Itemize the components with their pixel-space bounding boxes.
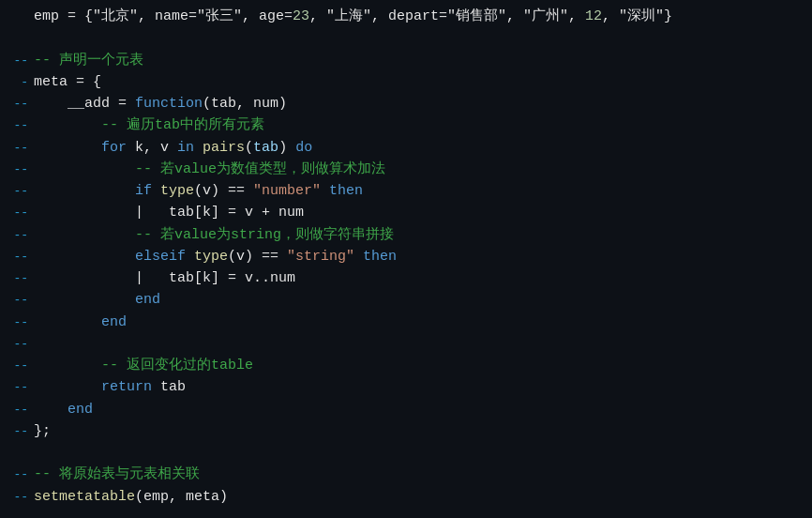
token: elseif [135, 249, 186, 265]
token: ( [245, 140, 253, 156]
token [34, 402, 68, 418]
token: 23 [293, 8, 309, 24]
code-line: -- end [11, 312, 801, 333]
token: -- 若value为string，则做字符串拼接 [34, 227, 394, 243]
token: end [135, 292, 160, 308]
token: -- 声明一个元表 [34, 53, 143, 69]
code-content: emp = {"北京", name="张三", age=23, "上海", de… [34, 6, 801, 27]
code-line: --setmetatable(emp, meta) [11, 486, 801, 508]
gutter-marker: -- [11, 52, 28, 70]
token: in [177, 140, 194, 156]
token [152, 183, 160, 199]
token: "number" [253, 183, 321, 199]
code-content: end [34, 289, 801, 311]
token: pairs [203, 140, 245, 156]
code-content [34, 333, 801, 355]
code-line: -- -- 遍历tab中的所有元素 [11, 114, 801, 136]
token: }; [34, 423, 51, 439]
code-content [34, 508, 801, 518]
code-content: | tab[k] = v..num [34, 267, 801, 289]
token: , "上海", depart="销售部", "广州", [309, 8, 585, 24]
code-content: -- 声明一个元表 [34, 50, 801, 71]
code-content: __add = function(tab, num) [34, 93, 801, 114]
token: type [194, 249, 228, 265]
token [34, 183, 135, 199]
code-content [34, 442, 801, 464]
token: 12 [585, 8, 602, 24]
code-line: -- elseif type(v) == "string" then [11, 246, 801, 267]
gutter-marker: -- [11, 204, 28, 222]
token: k, v [127, 140, 177, 156]
token [194, 140, 203, 156]
token [34, 249, 135, 265]
gutter-marker: -- [11, 401, 28, 419]
code-content [34, 27, 801, 49]
token: for [101, 140, 127, 156]
code-line: -- if type(v) == "number" then [11, 180, 801, 202]
token: , "深圳"} [602, 8, 672, 24]
code-line: -- -- 若value为数值类型，则做算术加法 [11, 159, 801, 180]
code-content: }; [34, 420, 801, 442]
gutter-marker: -- [11, 313, 28, 332]
token: function [135, 96, 203, 112]
code-content: meta = { [34, 71, 801, 93]
token [186, 249, 194, 265]
token [34, 292, 135, 308]
code-content: elseif type(v) == "string" then [34, 246, 801, 267]
code-line: -- | tab[k] = v + num [11, 202, 801, 223]
code-line: -- for k, v in pairs(tab) do [11, 137, 801, 159]
gutter-marker: -- [11, 357, 28, 375]
token: then [321, 183, 363, 199]
code-line: -- -- 若value为string，则做字符串拼接 [11, 224, 801, 246]
token: type [160, 183, 194, 199]
token: meta = { [34, 74, 101, 90]
token: then [354, 249, 397, 265]
token: tab [253, 140, 278, 156]
code-content: setmetatable(emp, meta) [34, 486, 801, 508]
gutter-marker: -- [11, 422, 28, 441]
code-line: -- __add = function(tab, num) [11, 93, 801, 114]
code-line [11, 508, 801, 518]
gutter-marker: -- [11, 335, 28, 354]
token: __add = [34, 96, 135, 112]
token: emp = {"北京", name="张三", age= [34, 8, 293, 24]
token: -- 返回变化过的table [34, 358, 253, 373]
token: (v) == [228, 249, 287, 265]
gutter-marker: -- [11, 160, 28, 179]
code-line: --}; [11, 420, 801, 442]
code-line: -- [11, 333, 801, 355]
gutter-marker: -- [11, 291, 28, 310]
token: end [101, 314, 127, 330]
token: | tab[k] = v + num [34, 205, 304, 221]
code-content: end [34, 312, 801, 333]
code-line: -- return tab [11, 376, 801, 398]
code-content: -- 将原始表与元表相关联 [34, 464, 801, 485]
token: | tab[k] = v..num [34, 270, 295, 286]
gutter-marker: - [11, 73, 28, 92]
gutter-marker: -- [11, 116, 28, 135]
token: -- 将原始表与元表相关联 [34, 466, 200, 482]
token: do [295, 140, 312, 156]
token: (emp, meta) [135, 489, 228, 505]
gutter-marker: -- [11, 269, 28, 288]
code-content: -- 若value为string，则做字符串拼接 [34, 224, 801, 246]
token [34, 314, 101, 330]
code-line: -- -- 返回变化过的table [11, 355, 801, 376]
gutter-marker: -- [11, 95, 28, 114]
code-content: -- 若value为数值类型，则做算术加法 [34, 159, 801, 180]
token: -- 若value为数值类型，则做算术加法 [34, 161, 385, 177]
token: "string" [287, 249, 354, 265]
code-content: if type(v) == "number" then [34, 180, 801, 202]
token: setmetatable [34, 489, 135, 505]
token: (v) == [194, 183, 253, 199]
gutter-marker: -- [11, 248, 28, 267]
gutter-marker: -- [11, 226, 28, 245]
token: (tab, num) [203, 96, 287, 112]
code-content: return tab [34, 376, 801, 398]
token: if [135, 183, 152, 199]
gutter-marker: -- [11, 139, 28, 158]
token: return [101, 379, 152, 395]
code-line: -- | tab[k] = v..num [11, 267, 801, 289]
code-content: for k, v in pairs(tab) do [34, 137, 801, 159]
code-content: end [34, 399, 801, 420]
